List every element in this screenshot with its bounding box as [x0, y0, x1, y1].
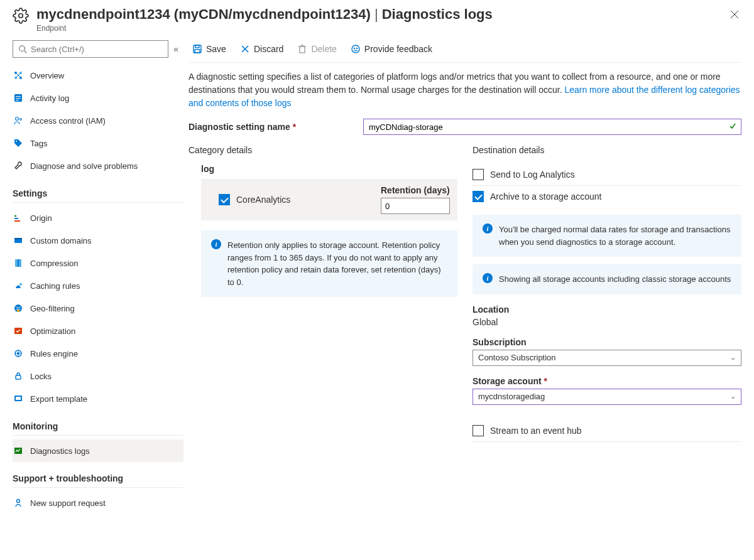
sidebar-item-compression[interactable]: Compression [13, 252, 183, 274]
log-analytics-checkbox[interactable] [473, 169, 484, 180]
tags-icon [13, 137, 24, 149]
dest-storage-row[interactable]: Archive to a storage account [473, 186, 741, 207]
setting-name-input[interactable] [363, 119, 741, 135]
caching-icon [13, 280, 24, 291]
feedback-button[interactable]: Provide feedback [347, 40, 436, 58]
save-button[interactable]: Save [188, 40, 230, 58]
info-icon: i [483, 223, 493, 234]
save-icon [192, 44, 202, 54]
svg-point-15 [16, 117, 19, 121]
globe-icon [13, 303, 24, 314]
info-icon: i [211, 239, 221, 249]
sidebar-item-access-control[interactable]: Access control (IAM) [13, 109, 183, 132]
access-control-icon [13, 115, 24, 126]
sidebar-item-geo-filtering[interactable]: Geo-filtering [13, 297, 183, 320]
log-category-row: CoreAnalytics Retention (days) [201, 179, 457, 220]
sidebar-item-label: Locks [30, 372, 52, 381]
support-icon [13, 497, 24, 509]
svg-rect-22 [14, 238, 22, 239]
sidebar-item-label: Overview [30, 71, 64, 80]
svg-point-44 [352, 45, 359, 53]
retention-info-box: i Retention only applies to storage acco… [201, 230, 457, 297]
sidebar-item-diagnostics-logs[interactable]: Diagnostics logs [13, 439, 183, 462]
svg-rect-41 [300, 46, 305, 53]
sidebar-item-activity-log[interactable]: Activity log [13, 87, 183, 109]
search-input-wrap[interactable] [13, 40, 168, 58]
svg-rect-37 [195, 45, 199, 48]
sidebar-item-new-support-request[interactable]: New support request [13, 492, 183, 514]
discard-button[interactable]: Discard [236, 40, 287, 58]
toolbar: Save Discard Delete Provide feedback [188, 35, 741, 63]
delete-button: Delete [293, 40, 340, 58]
page-title: mycdnendpoint1234 (myCDN/mycdnendpoint12… [36, 6, 728, 23]
destination-details-title: Destination details [473, 145, 741, 155]
sidebar-item-tags[interactable]: Tags [13, 132, 183, 154]
sidebar-item-label: Tags [30, 139, 47, 148]
svg-rect-13 [16, 98, 21, 99]
storage-charge-info: i You'll be charged normal data rates fo… [473, 215, 741, 257]
event-hub-checkbox[interactable] [473, 425, 484, 436]
rules-icon [13, 348, 24, 359]
dest-event-hub-row[interactable]: Stream to an event hub [473, 420, 741, 442]
sidebar-item-label: Diagnostics logs [30, 446, 90, 456]
svg-rect-34 [14, 448, 22, 454]
core-analytics-checkbox[interactable] [219, 194, 230, 205]
search-input[interactable] [31, 45, 163, 54]
svg-point-25 [19, 283, 22, 286]
discard-icon [240, 44, 250, 54]
subscription-select[interactable]: Contoso Subscription ⌄ [473, 350, 741, 366]
sidebar-item-caching-rules[interactable]: Caching rules [13, 274, 183, 297]
sidebar-item-export-template[interactable]: Export template [13, 387, 183, 410]
sidebar-item-diagnose-solve[interactable]: Diagnose and solve problems [13, 154, 183, 177]
activity-log-icon [13, 92, 24, 104]
storage-account-select[interactable]: mycdnstoragediag ⌄ [473, 389, 741, 405]
sidebar-item-label: New support request [30, 498, 106, 508]
diagnostics-icon [13, 445, 24, 456]
close-button[interactable] [728, 6, 741, 24]
sidebar-item-label: Compression [30, 259, 79, 268]
svg-point-46 [356, 48, 357, 48]
gear-icon [13, 8, 29, 26]
location-label: Location [473, 304, 741, 315]
svg-point-27 [17, 310, 19, 312]
optimization-icon [13, 325, 24, 337]
svg-rect-33 [16, 397, 21, 400]
svg-point-3 [19, 46, 25, 51]
sidebar-item-label: Custom domains [30, 236, 92, 245]
svg-point-17 [16, 141, 17, 142]
log-category-label: CoreAnalytics [236, 195, 290, 205]
compression-icon [13, 257, 24, 269]
svg-rect-12 [16, 96, 21, 97]
svg-rect-31 [16, 375, 21, 379]
sidebar-item-rules-engine[interactable]: Rules engine [13, 342, 183, 365]
dest-option-label: Stream to an event hub [490, 426, 582, 436]
svg-rect-24 [18, 259, 19, 267]
svg-point-16 [20, 119, 22, 121]
dest-log-analytics-row[interactable]: Send to Log Analytics [473, 164, 741, 186]
sidebar-item-optimization[interactable]: Optimization [13, 320, 183, 342]
diagnose-icon [13, 160, 24, 171]
svg-rect-20 [14, 220, 20, 222]
storage-checkbox[interactable] [473, 191, 484, 202]
chevron-down-icon: ⌄ [730, 392, 736, 401]
sidebar-item-label: Export template [30, 394, 87, 404]
location-value: Global [473, 317, 741, 327]
svg-line-4 [25, 51, 27, 53]
sidebar-item-origin[interactable]: Origin [13, 207, 183, 229]
domains-icon [13, 235, 24, 246]
collapse-sidebar-button[interactable]: « [168, 44, 183, 54]
page-subtitle: Endpoint [36, 24, 728, 33]
lock-icon [13, 370, 24, 382]
search-icon [18, 45, 27, 53]
sidebar-item-label: Activity log [30, 94, 69, 103]
svg-point-35 [17, 500, 20, 503]
sidebar-item-locks[interactable]: Locks [13, 365, 183, 387]
category-details-title: Category details [188, 145, 457, 155]
retention-input[interactable] [381, 198, 450, 214]
info-icon: i [483, 273, 493, 283]
sidebar-item-overview[interactable]: Overview [13, 64, 183, 87]
sidebar-section-settings: Settings [13, 188, 183, 203]
sidebar-item-label: Access control (IAM) [30, 116, 106, 126]
dest-option-label: Archive to a storage account [490, 191, 601, 202]
sidebar-item-custom-domains[interactable]: Custom domains [13, 229, 183, 252]
